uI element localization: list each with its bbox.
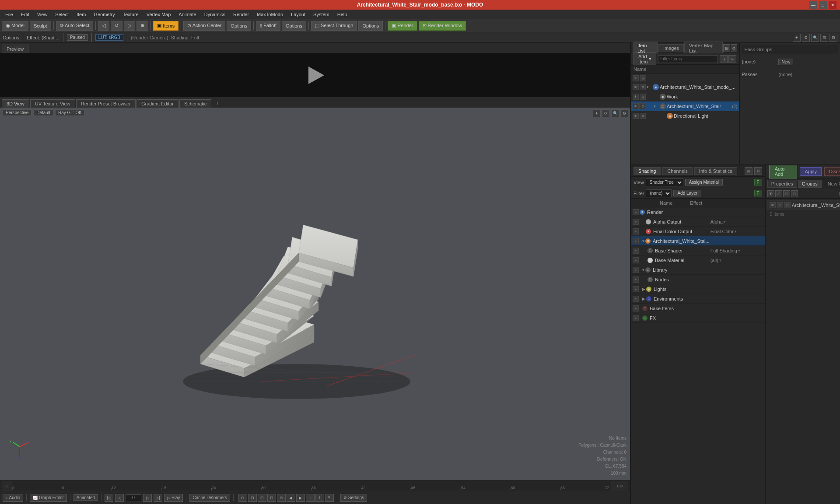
group-lock-1[interactable]: □ — [784, 202, 791, 208]
tr-icon-7[interactable]: ▶ — [296, 494, 305, 502]
opt-icon-4[interactable]: ⊞ — [820, 34, 828, 42]
tab-properties[interactable]: Properties — [767, 180, 797, 188]
tab-info-stats[interactable]: Info & Statistics — [694, 167, 737, 175]
filter-f-key[interactable]: F — [754, 190, 762, 196]
group-vis-1[interactable]: 👁 — [770, 202, 776, 208]
action-center-btn[interactable]: ⊙ Action Center — [183, 21, 225, 31]
tree-row-light[interactable]: 👁 ⚙ ◉ Directional Light — [631, 111, 739, 121]
add-item-btn[interactable]: Add Item ▾ — [634, 52, 656, 66]
auto-select-btn[interactable]: ⟳ Auto Select — [56, 21, 94, 31]
tab-channels[interactable]: Channels — [662, 167, 692, 175]
props-icon-2[interactable]: ✓ — [775, 190, 782, 197]
props-new-group-btn[interactable]: + New Group — [823, 181, 840, 186]
add-layer-btn[interactable]: Add Layer — [673, 190, 701, 196]
sh-row-envs[interactable]: ● ▶ □ Environments — [631, 294, 765, 304]
raygl-btn[interactable]: Ray GL: Off — [55, 109, 84, 116]
sh-row-bake[interactable]: ● □ Bake Items — [631, 304, 765, 313]
opt-icon-1[interactable]: ✦ — [793, 34, 801, 42]
menu-edit[interactable]: Edit — [18, 11, 33, 18]
tree-row-arch[interactable]: 👁 ⚙ ▾ □ Architectural_White_Stair (2) — [631, 102, 739, 111]
audio-btn[interactable]: ♪ Audio — [3, 494, 23, 502]
tab-render-preset[interactable]: Render Preset Browser — [76, 99, 136, 108]
tr-icon-1[interactable]: ⊙ — [238, 494, 247, 502]
sh-row-nodes[interactable]: ● □ Nodes — [631, 275, 765, 284]
menu-dynamics[interactable]: Dynamics — [201, 11, 229, 18]
item-list-expand-icon[interactable]: ⊞ — [723, 44, 730, 52]
sh-row-alpha[interactable]: ● ○ Alpha Output Alpha ▾ — [631, 217, 765, 227]
select-through-btn[interactable]: ⬚ Select Through — [311, 21, 357, 31]
falloff-btn[interactable]: ⟠ Falloff — [256, 21, 280, 31]
add-tab-btn[interactable]: + — [212, 98, 223, 108]
sh-vis-base-mat[interactable]: ● — [633, 257, 639, 263]
assign-material-btn[interactable]: Assign Material — [685, 179, 723, 186]
props-icon-3[interactable]: □ — [783, 190, 790, 197]
sh-row-library[interactable]: ● ▾ □ Library — [631, 265, 765, 275]
sh-row-base-shader[interactable]: ● □ Base Shader Full Shading ▾ — [631, 246, 765, 256]
filter-items-input[interactable] — [658, 55, 718, 63]
menu-item[interactable]: Item — [73, 11, 89, 18]
render-btn[interactable]: ▣ Render — [388, 21, 417, 31]
sh-row-fcolor[interactable]: ● ■ Final Color Output Final Color ▾ — [631, 227, 765, 236]
transform-btn-1[interactable]: ◁ — [98, 21, 109, 31]
vis-btn-5[interactable]: 👁 — [633, 103, 639, 109]
group-check-1[interactable]: ✓ — [777, 202, 783, 208]
paused-btn[interactable]: Paused — [67, 34, 88, 41]
settings-btn[interactable]: ⚙ Settings — [340, 494, 367, 502]
discard-btn[interactable]: Discard — [824, 167, 840, 176]
sh-vis-nodes[interactable]: ● — [633, 276, 639, 283]
tab-shading[interactable]: Shading — [634, 167, 661, 175]
tab-images[interactable]: Images — [658, 44, 684, 52]
menu-maxtomodo[interactable]: MaxToModo — [253, 11, 287, 18]
window-controls[interactable]: — □ ✕ — [809, 1, 836, 9]
vis-btn-4[interactable]: ⚙ — [640, 94, 646, 100]
sh-vis-fx[interactable]: ● — [633, 315, 639, 321]
menu-layout[interactable]: Layout — [287, 11, 309, 18]
menu-geometry[interactable]: Geometry — [90, 11, 118, 18]
items-mode-btn[interactable]: ▣ Items — [153, 21, 178, 31]
opt-icon-2[interactable]: ⚙ — [802, 34, 810, 42]
vis-btn-2[interactable]: ⚙ — [640, 84, 646, 90]
filter-btn[interactable]: F — [728, 55, 736, 63]
transform-btn-3[interactable]: ▷ — [124, 21, 135, 31]
group-row-arch[interactable]: 👁 ✓ □ Architectural_White_Stair... — [767, 200, 840, 210]
shade-settings-icon[interactable]: ⚙ — [754, 167, 762, 175]
sh-row-lights[interactable]: ● ▶ ◉ Lights — [631, 284, 765, 294]
sh-vis-arch[interactable]: ● — [633, 238, 639, 244]
preview-tab[interactable]: Preview — [2, 45, 28, 53]
opt-icon-5[interactable]: ⊟ — [830, 34, 837, 42]
vis-btn-1[interactable]: 👁 — [633, 84, 639, 90]
tab-schematic[interactable]: Schematic — [179, 99, 211, 108]
menu-system[interactable]: System — [310, 11, 333, 18]
menu-vertexmap[interactable]: Vertex Map — [143, 11, 175, 18]
opt-icon-3[interactable]: 🔍 — [811, 34, 819, 42]
shader-tree[interactable]: ● ■ Render ● ○ Alpha Output Alpha ▾ — [631, 207, 765, 504]
viewport-3d[interactable]: Perspective Default Ray GL: Off ✦ ⟳ 🔍 ⚙ — [0, 108, 630, 480]
tr-icon-3[interactable]: ⊞ — [258, 494, 266, 502]
f-key-btn[interactable]: F — [754, 179, 762, 186]
vis-header-icon-1[interactable]: 👁 — [633, 75, 639, 81]
default-btn[interactable]: Default — [33, 109, 53, 116]
vp-icon-2[interactable]: ⟳ — [602, 109, 610, 117]
tab-3dview[interactable]: 3D View — [2, 99, 29, 108]
pg-new-btn[interactable]: New — [778, 59, 793, 65]
next-frame-btn[interactable]: ▷| — [154, 494, 162, 502]
tab-groups[interactable]: Groups — [798, 180, 822, 188]
sh-vis-fcolor[interactable]: ● — [633, 228, 639, 234]
sculpt-mode-btn[interactable]: Sculpt — [30, 21, 51, 31]
step-back-btn[interactable]: ◁ — [115, 494, 124, 502]
close-btn[interactable]: ✕ — [829, 1, 836, 9]
sh-vis-bake[interactable]: ● — [633, 305, 639, 312]
tree-row-scene[interactable]: 👁 ⚙ ▾ ■ Architectural_White_Stair_modo_.… — [631, 82, 739, 92]
prev-frame-btn[interactable]: |◁ — [105, 494, 113, 502]
item-list-settings-icon[interactable]: ⚙ — [731, 44, 738, 52]
tree-view[interactable]: 👁 ⚙ 👁 ⚙ ▾ ■ Architectural_White_Stair_mo… — [631, 74, 739, 164]
minimize-btn[interactable]: — — [809, 1, 817, 9]
menu-animate[interactable]: Animate — [175, 11, 200, 18]
render-window-btn[interactable]: ⊡ Render Window — [419, 21, 466, 31]
sh-vis-alpha[interactable]: ● — [633, 219, 639, 225]
tr-icon-8[interactable]: ⊹ — [306, 494, 315, 502]
sh-row-render[interactable]: ● ■ Render — [631, 207, 765, 217]
perspective-btn[interactable]: Perspective — [3, 109, 32, 116]
step-fwd-btn[interactable]: ▷ — [143, 494, 152, 502]
sh-vis-lights[interactable]: ● — [633, 286, 639, 292]
